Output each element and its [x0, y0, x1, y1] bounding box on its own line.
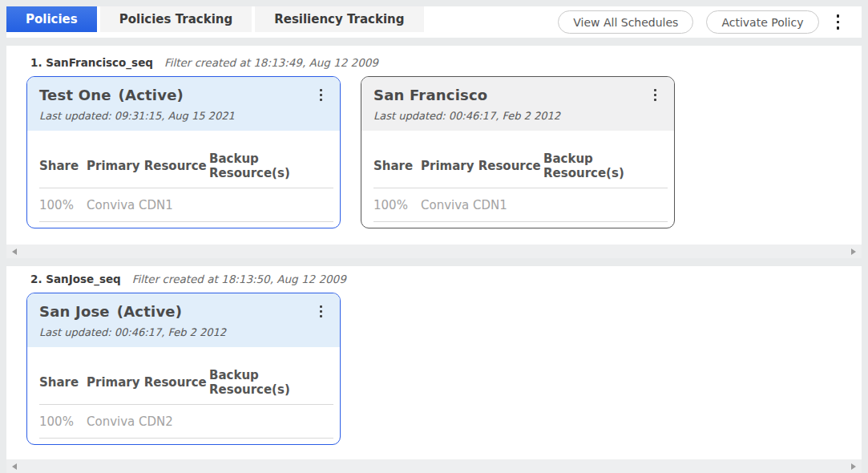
tab-policies[interactable]: Policies — [6, 6, 97, 32]
policy-card-san-jose: San Jose (Active) Last updated: 00:46:17… — [26, 293, 341, 445]
col-primary-resource: Primary Resource — [87, 159, 209, 173]
right-arrow-icon[interactable] — [851, 463, 856, 470]
cards-row: San Jose (Active) Last updated: 00:46:17… — [6, 293, 862, 445]
table-header-row: Share Primary Resource Backup Resource(s… — [39, 368, 333, 397]
left-arrow-icon[interactable] — [12, 463, 17, 470]
policy-status: (Active) — [119, 87, 184, 103]
col-backup-resources: Backup Resource(s) — [543, 152, 668, 180]
card-header: San Francisco Last updated: 00:46:17, Fe… — [361, 77, 674, 131]
primary-resource-value: Conviva CDN1 — [87, 198, 209, 212]
card-kebab-menu-icon[interactable] — [649, 86, 661, 104]
divider — [39, 438, 333, 439]
table-header-row: Share Primary Resource Backup Resource(s… — [373, 152, 668, 180]
card-header: Test One (Active) Last updated: 09:31:15… — [27, 77, 340, 131]
section-title: 2. SanJose_seq — [30, 273, 121, 285]
tab-policies-tracking[interactable]: Policies Tracking — [100, 6, 252, 32]
card-body: Share Primary Resource Backup Resource(s… — [27, 368, 340, 439]
policy-name: San Jose — [39, 303, 110, 320]
left-arrow-icon[interactable] — [12, 249, 17, 255]
primary-resource-value: Conviva CDN1 — [421, 198, 543, 212]
section-header: 1. SanFrancisco_seq Filter created at 18… — [6, 46, 862, 69]
table-header-row: Share Primary Resource Backup Resource(s… — [39, 152, 333, 180]
tab-resiliency-tracking[interactable]: Resiliency Tracking — [255, 6, 423, 32]
filter-created-text: Filter created at 18:13:50, Aug 12 2009 — [132, 273, 346, 285]
view-all-schedules-button[interactable]: View All Schedules — [558, 10, 693, 34]
share-value: 100% — [373, 198, 421, 212]
activate-policy-button[interactable]: Activate Policy — [706, 10, 818, 34]
col-backup-resources: Backup Resource(s) — [209, 368, 333, 397]
section-header: 2. SanJose_seq Filter created at 18:13:5… — [6, 266, 862, 285]
right-arrow-icon[interactable] — [851, 249, 856, 255]
table-row: 100% Conviva CDN2 — [39, 414, 333, 429]
table-row: 100% Conviva CDN1 — [39, 198, 333, 212]
card-header: San Jose (Active) Last updated: 00:46:17… — [27, 293, 340, 347]
policy-section-sanfrancisco: 1. SanFrancisco_seq Filter created at 18… — [6, 46, 862, 258]
kebab-menu-icon[interactable] — [832, 11, 845, 33]
card-body: Share Primary Resource Backup Resource(s… — [27, 152, 340, 222]
share-value: 100% — [39, 198, 87, 212]
col-primary-resource: Primary Resource — [421, 159, 543, 173]
divider — [373, 188, 668, 188]
col-share: Share — [39, 159, 87, 173]
policy-card-san-francisco: San Francisco Last updated: 00:46:17, Fe… — [361, 76, 675, 228]
section-title: 1. SanFrancisco_seq — [30, 56, 153, 69]
col-share: Share — [373, 159, 421, 173]
card-body: Share Primary Resource Backup Resource(s… — [361, 152, 674, 222]
policy-section-sanjose: 2. SanJose_seq Filter created at 18:13:5… — [6, 266, 862, 473]
top-bar: Policies Policies Tracking Resiliency Tr… — [6, 6, 862, 38]
divider — [39, 221, 333, 222]
share-value: 100% — [39, 414, 87, 429]
policy-name: Test One — [39, 87, 111, 103]
cards-row: Test One (Active) Last updated: 09:31:15… — [6, 76, 862, 228]
card-kebab-menu-icon[interactable] — [315, 86, 327, 104]
policy-card-test-one: Test One (Active) Last updated: 09:31:15… — [26, 76, 341, 228]
last-updated-text: Last updated: 09:31:15, Aug 15 2021 — [39, 110, 329, 122]
last-updated-text: Last updated: 00:46:17, Feb 2 2012 — [373, 110, 663, 122]
horizontal-scrollbar[interactable] — [6, 459, 862, 473]
toolbar-actions: View All Schedules Activate Policy — [558, 6, 862, 38]
last-updated-text: Last updated: 00:46:17, Feb 2 2012 — [39, 326, 329, 338]
col-share: Share — [39, 375, 87, 390]
divider — [373, 221, 668, 222]
primary-resource-value: Conviva CDN2 — [87, 414, 209, 429]
divider — [39, 404, 333, 405]
policy-status: (Active) — [117, 303, 182, 320]
col-primary-resource: Primary Resource — [87, 375, 209, 390]
horizontal-scrollbar[interactable] — [6, 245, 862, 258]
table-row: 100% Conviva CDN1 — [373, 198, 668, 212]
col-backup-resources: Backup Resource(s) — [209, 152, 333, 180]
tab-bar: Policies Policies Tracking Resiliency Tr… — [6, 6, 424, 32]
divider — [39, 188, 333, 188]
card-kebab-menu-icon[interactable] — [315, 302, 327, 321]
filter-created-text: Filter created at 18:13:49, Aug 12 2009 — [164, 56, 378, 69]
policy-name: San Francisco — [373, 87, 487, 103]
